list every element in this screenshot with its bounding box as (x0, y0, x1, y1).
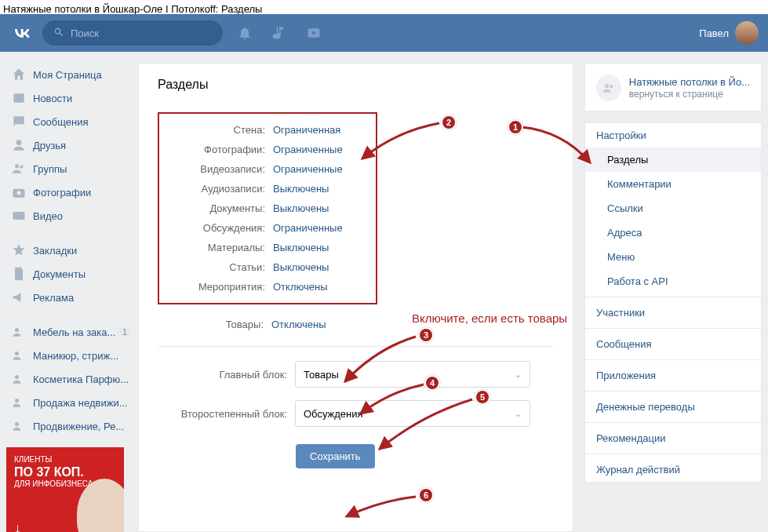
nav-groups[interactable]: Группы (6, 157, 135, 180)
section-row-materials: Материалы:Выключены (167, 238, 368, 257)
nav-docs[interactable]: Документы (6, 262, 135, 286)
page-title: Разделы (139, 78, 573, 103)
section-val[interactable]: Выключены (273, 202, 329, 214)
section-row-wall: Стена:Ограниченная (167, 120, 368, 140)
news-icon (11, 90, 27, 106)
nav-ads[interactable]: Реклама (6, 286, 135, 309)
svg-point-14 (610, 85, 613, 88)
star-icon (11, 242, 27, 258)
avatar (735, 21, 759, 45)
nav-video[interactable]: Видео (6, 204, 135, 228)
nav-friends[interactable]: Друзья (6, 133, 135, 157)
chevron-down-icon: ⌄ (515, 370, 522, 380)
group-header-card: Натяжные потолки в Йо... вернуться к стр… (584, 63, 762, 111)
back-to-page-link[interactable]: вернуться к странице (629, 89, 750, 100)
annotation-badge-3: 3 (418, 327, 434, 343)
group-small-icon (11, 324, 27, 340)
doc-icon (11, 266, 27, 282)
annotation-badge-5: 5 (475, 389, 490, 405)
group-small-icon (11, 395, 27, 410)
nav-group-4[interactable]: Продвижение, Ре... (6, 414, 135, 438)
vk-logo[interactable] (11, 22, 33, 44)
section-val[interactable]: Выключены (273, 183, 329, 195)
chevron-down-icon: ⌄ (515, 409, 522, 419)
music-icon[interactable] (271, 25, 287, 41)
section-val[interactable]: Ограниченные (273, 222, 343, 234)
rmenu-addresses[interactable]: Адреса (585, 220, 761, 245)
rmenu-menu[interactable]: Меню (585, 245, 761, 269)
group-small-icon (11, 418, 27, 434)
section-row-events: Мероприятия:Отключены (167, 277, 368, 297)
nav-news[interactable]: Новости (6, 86, 135, 110)
rmenu-log[interactable]: Журнал действий (585, 457, 761, 482)
section-val[interactable]: Ограниченная (273, 124, 340, 136)
rmenu-settings[interactable]: Настройки (585, 123, 761, 148)
nav-group-1[interactable]: Маникюр, стриж... (6, 344, 135, 367)
nav-group-0[interactable]: Мебель на зака...1 (6, 320, 135, 344)
section-row-discussions: Обсуждения:Ограниченные (167, 218, 368, 238)
section-val[interactable]: Ограниченные (273, 144, 343, 155)
rmenu-messages[interactable]: Сообщения (585, 332, 761, 356)
header-user[interactable]: Павел (699, 21, 759, 45)
section-row-articles: Статьи:Выключены (167, 257, 368, 277)
annotation-hint-text: Включите, если есть товары (412, 312, 567, 326)
section-row-photos: Фотографии:Ограниченные (167, 140, 368, 159)
browser-title: Натяжные потолки в Йошкар-Оле I Потолкоf… (0, 0, 768, 14)
nav-messages[interactable]: Сообщения (6, 110, 135, 133)
rmenu-money[interactable]: Денежные переводы (585, 395, 761, 419)
svg-rect-7 (13, 212, 25, 220)
video-icon (11, 208, 27, 224)
settings-menu-card: Настройки Разделы Комментарии Ссылки Адр… (584, 122, 762, 483)
group-title-link[interactable]: Натяжные потолки в Йо... (629, 76, 750, 89)
search-icon (53, 27, 64, 40)
search-input[interactable] (71, 27, 212, 39)
goods-val[interactable]: Отключены (271, 319, 326, 330)
nav-group-2[interactable]: Косметика Парфю... (6, 367, 135, 391)
svg-point-3 (15, 164, 19, 168)
rmenu-links[interactable]: Ссылки (585, 196, 761, 220)
annotation-badge-4: 4 (424, 375, 440, 391)
annotation-badge-2: 2 (441, 115, 457, 130)
svg-point-9 (15, 352, 19, 355)
rmenu-members[interactable]: Участники (585, 301, 761, 325)
svg-point-6 (17, 191, 21, 195)
nav-group-3[interactable]: Продажа недвижи... (6, 391, 135, 414)
svg-point-10 (15, 375, 19, 379)
annotation-badge-1: 1 (508, 119, 523, 135)
header: Павел (0, 14, 768, 52)
section-val[interactable]: Ограниченные (273, 163, 343, 175)
right-column: Натяжные потолки в Йо... вернуться к стр… (584, 63, 762, 532)
save-button[interactable]: Сохранить (296, 444, 375, 468)
section-val[interactable]: Выключены (273, 242, 329, 253)
messages-icon (11, 114, 27, 129)
rmenu-recs[interactable]: Рекомендации (585, 426, 761, 450)
friends-icon (11, 137, 27, 153)
svg-point-4 (20, 165, 23, 168)
home-icon (11, 67, 27, 82)
annotation-arrow-6 (337, 493, 424, 527)
user-name: Павел (699, 27, 729, 39)
promo-line1: КЛИЕНТЫ (14, 455, 116, 464)
section-val[interactable]: Отключены (273, 281, 327, 293)
video-play-icon[interactable] (306, 25, 322, 41)
search-box[interactable] (42, 20, 223, 46)
bell-icon[interactable] (237, 25, 253, 41)
left-nav: Моя Страница Новости Сообщения Друзья Гр… (6, 63, 138, 532)
rmenu-comments[interactable]: Комментарии (585, 172, 761, 196)
nav-badge: 1 (119, 327, 130, 337)
settings-redbox: Стена:Ограниченная Фотографии:Ограниченн… (158, 112, 377, 304)
svg-point-12 (15, 422, 19, 426)
arrow-down-icon: ↓ (14, 520, 21, 532)
svg-point-11 (15, 399, 19, 403)
svg-rect-1 (13, 93, 24, 103)
nav-photos[interactable]: Фотографии (6, 180, 135, 204)
nav-bookmarks[interactable]: Закладки (6, 239, 135, 262)
section-val[interactable]: Выключены (273, 261, 329, 273)
rmenu-apps[interactable]: Приложения (585, 363, 761, 388)
svg-point-2 (16, 140, 22, 145)
svg-point-13 (605, 84, 609, 88)
nav-my-page[interactable]: Моя Страница (6, 63, 135, 86)
rmenu-sections[interactable]: Разделы (585, 148, 761, 172)
rmenu-api[interactable]: Работа с API (585, 269, 761, 293)
promo-banner[interactable]: КЛИЕНТЫ ПО 37 КОП. ДЛЯ ИНФОБИЗНЕСА ↓ (6, 447, 124, 532)
